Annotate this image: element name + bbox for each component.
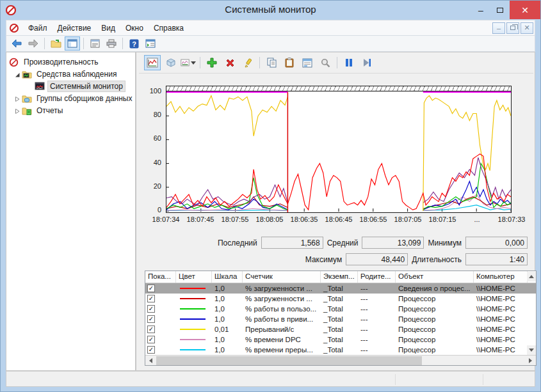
parent-cell: --- [358, 315, 396, 323]
show-checkbox[interactable]: ✓ [147, 305, 155, 313]
print-button[interactable] [104, 36, 119, 51]
tree-label-system-monitor: Системный монитор [47, 81, 125, 92]
computer-cell: \\HOME-PC [474, 295, 528, 302]
expanded-arrow-icon[interactable] [14, 71, 20, 77]
scroll-down-button[interactable] [527, 345, 536, 355]
chart-series-pink-counter [423, 194, 511, 210]
parent-cell: --- [358, 305, 396, 313]
column-header[interactable]: Объект [396, 271, 474, 283]
minimize-button[interactable]: – [471, 1, 490, 19]
column-header[interactable]: Пока... [145, 271, 176, 283]
action-pane-button[interactable] [143, 36, 158, 51]
scroll-left-button[interactable] [145, 356, 156, 366]
add-counter-button[interactable] [204, 55, 220, 70]
view-log-data-button[interactable] [162, 55, 179, 70]
counter-row[interactable]: ✓1,0% времени преры..._Total---Процессор… [145, 345, 536, 355]
mdi-minimize-button[interactable]: – [492, 22, 505, 34]
delete-counter-button[interactable] [222, 55, 238, 70]
show-checkbox[interactable]: ✓ [147, 346, 155, 354]
color-swatch [180, 329, 206, 330]
menu-item[interactable]: Вид [96, 22, 120, 35]
show-checkbox[interactable]: ✓ [147, 325, 155, 333]
tree-item-data-collector-sets[interactable]: Группы сборщиков данных [6, 92, 135, 104]
instance-cell: _Total [321, 305, 358, 313]
counter-cell: % загруженности ... [243, 285, 321, 292]
statusbar [6, 371, 535, 387]
close-button[interactable]: ✕ [510, 1, 540, 19]
minimum-label: Минимум [428, 239, 462, 247]
column-header[interactable]: Родите... [358, 271, 396, 283]
maximum-value: 48,440 [346, 253, 408, 265]
menu-item[interactable]: Действие [52, 22, 97, 35]
show-checkbox[interactable]: ✓ [147, 336, 155, 343]
update-data-button[interactable] [359, 55, 375, 70]
counter-row[interactable]: ✓1,0% работы в приви..._Total---Процессо… [145, 314, 536, 324]
tree-item-monitoring-tools[interactable]: Средства наблюдения [6, 68, 135, 80]
view-current-activity-button[interactable] [144, 55, 161, 70]
x-tick-label: 18:07:55 [222, 216, 249, 223]
show-checkbox[interactable]: ✓ [147, 285, 155, 292]
counter-row[interactable]: ✓0,01Прерываний/с_Total---Процессор\\HOM… [145, 324, 536, 334]
help-button[interactable]: ? [126, 36, 141, 51]
stats-panel: Последний 1,568 Средний 13,099 Минимум 0… [218, 237, 528, 270]
show-checkbox[interactable]: ✓ [147, 295, 155, 302]
column-header[interactable]: Счетчик [243, 271, 321, 283]
mdi-close-button[interactable]: ✕ [521, 22, 533, 34]
copy-properties-button[interactable] [263, 55, 280, 70]
parent-cell: --- [358, 346, 396, 354]
export-folder-button[interactable] [48, 36, 63, 51]
properties-toolbar-button[interactable] [87, 36, 102, 51]
collapsed-arrow-icon[interactable] [14, 95, 20, 102]
maximize-button[interactable] [490, 1, 510, 19]
counter-row[interactable]: ✓1,0% загруженности ..._Total---Сведения… [145, 283, 536, 294]
instance-cell: _Total [321, 336, 358, 343]
perfmon-toolbar [139, 52, 533, 74]
chart-plot-area [166, 86, 512, 213]
freeze-display-button[interactable] [341, 55, 357, 70]
titlebar: Системный монитор – ✕ [1, 1, 540, 20]
counter-row[interactable]: ✓1,0% загруженности ..._Total---Процессо… [145, 294, 536, 304]
reports-folder-icon [22, 106, 32, 115]
computer-cell: \\HOME-PC [474, 336, 528, 343]
column-header[interactable]: Цвет [176, 271, 212, 283]
tree-item-reports[interactable]: Отчеты [6, 104, 135, 116]
counter-row[interactable]: ✓1,0% работы в пользо..._Total---Процесс… [145, 304, 536, 314]
mdi-restore-button[interactable] [506, 22, 519, 34]
console-tree-button[interactable] [65, 36, 80, 51]
zoom-button[interactable] [317, 55, 334, 70]
properties-button[interactable] [299, 55, 316, 70]
chart-x-axis: 18:07:3418:07:4518:07:5518:08:0518:06:35… [166, 216, 512, 226]
highlight-button[interactable] [239, 55, 256, 70]
window: Системный монитор – ✕ ФайлДействиеВидОкн… [0, 0, 541, 392]
tree-item-performance[interactable]: Производительность [6, 56, 135, 68]
menu-item[interactable]: Окно [120, 22, 149, 35]
horizontal-scrollbar[interactable] [145, 355, 536, 365]
column-header[interactable]: Компьютер [474, 271, 528, 283]
paste-counter-list-button[interactable] [281, 55, 298, 70]
show-checkbox[interactable]: ✓ [147, 315, 155, 323]
menu-item[interactable]: Справка [149, 22, 189, 35]
tree-item-system-monitor[interactable]: Системный монитор [6, 80, 135, 92]
column-header[interactable]: Шкала [212, 271, 243, 283]
y-tick-label: 80 [154, 111, 161, 118]
column-header[interactable]: Экземп... [321, 271, 358, 283]
scrollbar-thumb[interactable] [156, 356, 422, 365]
scroll-up-button[interactable] [527, 272, 536, 281]
forward-button[interactable] [26, 36, 41, 51]
perfmon-mdi-icon [9, 23, 19, 33]
color-swatch [180, 349, 206, 350]
counter-row[interactable]: ✓1,0% времени DPC_Total---Процессор\\HOM… [145, 334, 536, 345]
chart-type-dropdown[interactable] [180, 55, 197, 70]
object-cell: Процессор [396, 336, 474, 343]
y-tick-label: 0 [157, 206, 161, 214]
scale-cell: 1,0 [212, 305, 243, 313]
scroll-right-button[interactable] [525, 356, 536, 366]
console-tree: Производительность Средства наблюдения С… [6, 52, 136, 370]
collapsed-arrow-icon[interactable] [14, 107, 20, 114]
menu-item[interactable]: Файл [23, 22, 52, 35]
x-tick-label: 18:06:55 [360, 216, 387, 223]
back-button[interactable] [9, 36, 24, 51]
instance-cell: _Total [321, 346, 358, 354]
color-swatch [180, 308, 206, 310]
parent-cell: --- [358, 336, 396, 343]
